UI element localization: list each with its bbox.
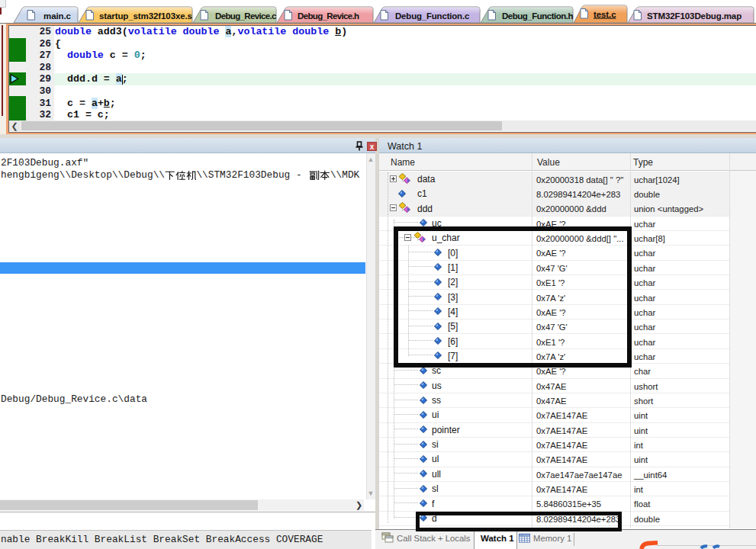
svg-text:Debug_Function.c: Debug_Function.c (395, 11, 470, 21)
svg-text:Debug_Revice.h: Debug_Revice.h (298, 11, 359, 21)
svg-text:Debug_Revice.c: Debug_Revice.c (215, 11, 277, 21)
svg-text:test.c: test.c (594, 10, 616, 19)
svg-text:Debug_Function.h: Debug_Function.h (502, 11, 573, 21)
svg-text:startup_stm32f103xe.s: startup_stm32f103xe.s (99, 11, 192, 21)
svg-text:STM32F103Debug.map: STM32F103Debug.map (647, 11, 742, 21)
svg-text:main.c: main.c (43, 11, 72, 21)
